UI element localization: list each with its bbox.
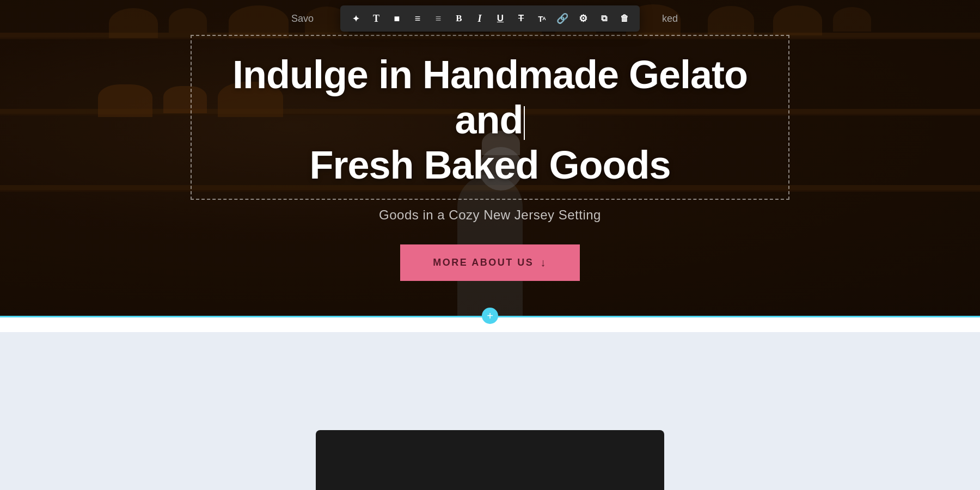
duplicate-button[interactable]: ⧉: [594, 9, 614, 28]
text-toolbar: Savo ✦ T ■ ≡ ≡ B I U T TA 🔗 ⚙ ⧉ 🗑 ked: [340, 5, 640, 32]
cta-label: MORE ABOUT US: [433, 257, 534, 268]
text-cursor: [524, 106, 525, 139]
title-selection-box: Savo ✦ T ■ ≡ ≡ B I U T TA 🔗 ⚙ ⧉ 🗑 ked In…: [191, 35, 789, 199]
settings-button[interactable]: ⚙: [573, 9, 593, 28]
hero-subtitle: Goods in a Cozy New Jersey Setting: [191, 207, 789, 223]
add-block-button[interactable]: +: [482, 308, 498, 324]
move-button[interactable]: ✦: [346, 9, 365, 28]
dark-card: [316, 430, 664, 490]
align-center-button[interactable]: ≡: [408, 9, 427, 28]
add-icon: +: [487, 310, 493, 321]
savor-partial-text: Savo: [291, 13, 314, 24]
hero-title: Indulge in Handmade Gelato and Fresh Bak…: [224, 52, 756, 187]
delete-button[interactable]: 🗑: [615, 9, 634, 28]
underline-button[interactable]: U: [491, 9, 510, 28]
strikethrough-button[interactable]: T: [511, 9, 531, 28]
more-about-us-button[interactable]: MORE ABOUT US ↓: [400, 244, 579, 281]
baked-partial-text: ked: [662, 13, 678, 24]
hero-title-line1: Indulge in Handmade Gelato and: [232, 53, 748, 142]
link-button[interactable]: 🔗: [553, 9, 572, 28]
below-section: [0, 332, 980, 490]
hero-section: Savo ✦ T ■ ≡ ≡ B I U T TA 🔗 ⚙ ⧉ 🗑 ked In…: [0, 0, 980, 316]
hero-content: Savo ✦ T ■ ≡ ≡ B I U T TA 🔗 ⚙ ⧉ 🗑 ked In…: [191, 35, 789, 280]
bold-button[interactable]: B: [449, 9, 469, 28]
color-button[interactable]: ■: [387, 9, 407, 28]
block-divider: +: [0, 316, 980, 332]
hero-title-line2: Fresh Baked Goods: [309, 143, 670, 187]
align-left-button[interactable]: ≡: [428, 9, 448, 28]
text-size-button[interactable]: TA: [532, 9, 552, 28]
italic-button[interactable]: I: [470, 9, 489, 28]
cta-arrow-icon: ↓: [540, 256, 547, 269]
text-format-button[interactable]: T: [366, 9, 386, 28]
